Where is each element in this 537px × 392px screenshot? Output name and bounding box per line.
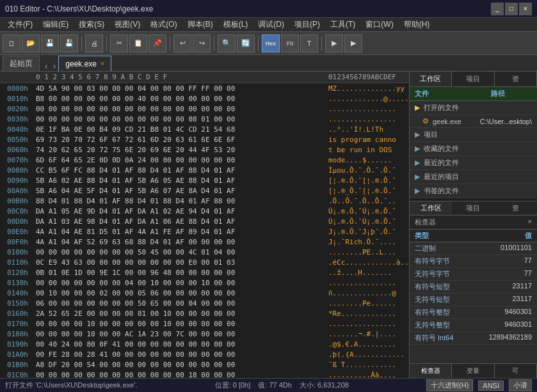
sidebar-tab-workspace[interactable]: 工作区 [410, 72, 452, 86]
hex-row[interactable]: 0080hCC B5 6F FC 88 D4 01 AF 88 D4 01 AF… [0, 165, 409, 175]
bottom-tab-inspector[interactable]: 检查器 [410, 364, 452, 378]
hex-row[interactable]: 0010hB8 00 00 00 00 00 00 00 40 00 00 00… [0, 93, 409, 104]
hex-row[interactable]: 0190h00 40 24 00 80 0F 41 00 00 00 00 00… [0, 339, 409, 349]
inspector-expand-icon[interactable]: × [528, 217, 532, 227]
hex-row[interactable]: 01C0h00 00 00 00 00 00 00 00 00 00 00 00… [0, 370, 409, 378]
hex-row[interactable]: 0150h06 00 00 00 00 00 00 00 50 65 00 00… [0, 298, 409, 308]
bottom-tab-variables[interactable]: 变量 [452, 364, 494, 378]
hex-row[interactable]: 00A0h5B A6 04 AE 5F D4 01 AF 5B A6 07 AE… [0, 185, 409, 196]
open-button[interactable]: 📂 [22, 35, 40, 52]
tab-geek-exe[interactable]: geek.exe × [58, 56, 111, 71]
menu-item-调试(D)[interactable]: 调试(D) [253, 18, 289, 31]
open-files-row[interactable]: ▶ 打开的文件 [410, 101, 537, 115]
inspector-row-0[interactable]: 二进制01001101 [410, 242, 537, 255]
new-button[interactable]: 🗋 [3, 35, 20, 52]
minimize-button[interactable]: _ [491, 3, 504, 15]
redo-button[interactable]: ↪ [193, 35, 211, 52]
hex-row[interactable]: 0020h00 00 00 00 00 00 00 00 00 00 00 00… [0, 104, 409, 114]
menu-item-模板(L)[interactable]: 模板(L) [218, 18, 253, 31]
copy-button[interactable]: 📋 [129, 35, 147, 52]
save-button[interactable]: 💾 [41, 35, 59, 52]
hex-row[interactable]: 0130h00 00 00 00 00 00 00 04 00 10 00 00… [0, 278, 409, 288]
bookmarks-row[interactable]: ▶ 书签的文件 [410, 184, 537, 198]
menu-item-项目(P)[interactable]: 项目(P) [289, 18, 325, 31]
hex-row[interactable]: 0140h00 10 00 00 00 02 00 00 05 06 00 00… [0, 288, 409, 298]
hex-row[interactable]: 0160h2A 52 65 2E 00 00 00 00 81 00 10 00… [0, 308, 409, 318]
replace-button[interactable]: 🔄 [237, 35, 255, 52]
hex-row[interactable]: 00C0hDA A1 05 AE 9D D4 01 AF DA A1 02 AE… [0, 206, 409, 216]
inspector-row-4[interactable]: 无符号短型23117 [410, 294, 537, 306]
menu-item-文件(F)[interactable]: 文件(F) [3, 18, 38, 31]
hex-ascii-20: ñ..............@ [326, 289, 409, 297]
menu-item-编辑(E)[interactable]: 编辑(E) [38, 18, 74, 31]
favorites-row[interactable]: ▶ 收藏的文件 [410, 142, 537, 156]
inspector-tab-active[interactable]: 工作区 [410, 201, 452, 215]
recent-projects-row[interactable]: ▶ 最近的项目 [410, 170, 537, 184]
tab-home[interactable]: 起始页 [3, 56, 40, 71]
hex-row[interactable]: 0110h0C E9 43 63 00 00 00 00 00 00 00 00… [0, 257, 409, 267]
close-button[interactable]: × [519, 3, 532, 15]
maximize-button[interactable]: □ [505, 3, 518, 15]
hex-row[interactable]: 01A0h00 FE 28 00 28 41 00 00 00 00 00 00… [0, 349, 409, 359]
paste-button[interactable]: 📌 [148, 35, 166, 52]
tab-nav-forward[interactable]: › [51, 61, 59, 71]
hex-row[interactable]: 00D0hDA A1 03 AE 98 D4 01 AF DA A1 06 AE… [0, 216, 409, 226]
sidebar-tab-project[interactable]: 项目 [452, 72, 494, 86]
small-button[interactable]: 小请 [509, 379, 532, 391]
menu-item-视图(V)[interactable]: 视图(V) [109, 18, 145, 31]
sidebar-tab-resource[interactable]: 资 [495, 72, 537, 86]
inspector-row-6[interactable]: 无符号整型9460301 [410, 319, 537, 332]
save-all-button[interactable]: 💾 [60, 35, 78, 52]
hex-row[interactable]: 00B0h88 D4 01 88 D4 01 AF 88 D4 01 88 D4… [0, 196, 409, 206]
hex-ascii-28: ..........Àà.... [326, 371, 409, 379]
hex-row[interactable]: 0090h5B A6 02 AE 88 D4 01 AF 5B A6 05 AE… [0, 175, 409, 185]
inspector-row-7[interactable]: 有符号 Int6412894362189 [410, 332, 537, 345]
hex-row[interactable]: 0170h00 00 00 00 10 00 00 00 00 00 10 00… [0, 318, 409, 329]
inspector-tab-project[interactable]: 项目 [452, 201, 494, 215]
inspector-tab-resource[interactable]: 资 [495, 201, 537, 215]
project-row[interactable]: ▶ 项目 [410, 128, 537, 142]
hex-row[interactable]: 0030h00 00 00 00 00 00 00 00 00 00 00 00… [0, 114, 409, 124]
menu-item-脚本(B)[interactable]: 脚本(B) [182, 18, 218, 31]
inspector-row-1[interactable]: 有符号字节77 [410, 255, 537, 268]
menu-item-工具(T)[interactable]: 工具(T) [325, 18, 360, 31]
tab-nav-back[interactable]: ‹ [42, 61, 51, 71]
text-view-button[interactable]: T [300, 35, 318, 52]
hex-row[interactable]: 0050h69 73 20 70 72 6F 67 72 61 6D 20 63… [0, 134, 409, 145]
hex-ascii-4: ..°..'I!.L!Th [326, 125, 409, 134]
hex-row[interactable]: 0070h6D 6F 64 65 2E 0D 0D 0A 24 00 00 00… [0, 155, 409, 165]
hex-row[interactable]: 0180h00 00 00 00 10 00 00 AC 1A 23 00 7C… [0, 329, 409, 339]
inspector-value-7: 12894362189 [466, 333, 532, 343]
inspector-row-2[interactable]: 无符号字节77 [410, 268, 537, 281]
inspector-row-3[interactable]: 有符号短型23117 [410, 281, 537, 294]
menu-item-帮助(H)[interactable]: 帮助(H) [399, 18, 435, 31]
hex-bytes-24: 00 00 00 00 10 00 00 AC 1A 23 00 7C 00 0… [33, 330, 326, 338]
recent-files-row[interactable]: ▶ 最近的文件 [410, 156, 537, 170]
undo-button[interactable]: ↩ [173, 35, 191, 52]
fit-button[interactable]: FIt [281, 35, 299, 52]
geek-exe-row[interactable]: ⚙ geek.exe C:\User...esktop\ [410, 115, 537, 128]
hex-row[interactable]: 01B0hA8 DF 20 00 54 00 00 00 00 00 00 00… [0, 359, 409, 370]
find-button[interactable]: 🔍 [218, 35, 236, 52]
tab-close-button[interactable]: × [100, 60, 104, 67]
hex-encoding-button[interactable]: 十六进制(H) [426, 379, 473, 391]
menu-item-窗口(W)[interactable]: 窗口(W) [360, 18, 398, 31]
run-script-button[interactable]: ▶ [325, 35, 343, 52]
hex-row[interactable]: 00E0h4A A1 04 AE 81 D5 01 AF 4A A1 FE AF… [0, 226, 409, 237]
bottom-tab-misc[interactable]: 可 [495, 364, 537, 378]
ansi-button[interactable]: ANSI [478, 380, 504, 391]
hex-row[interactable]: 0100h00 00 00 00 00 00 00 00 50 45 00 00… [0, 247, 409, 257]
cut-button[interactable]: ✂ [110, 35, 128, 52]
hex-content[interactable]: 0000h4D 5A 90 00 03 00 00 00 04 00 00 00… [0, 83, 409, 378]
hex-row[interactable]: 0060h74 20 62 65 20 72 75 6E 20 69 6E 20… [0, 145, 409, 155]
hex-row[interactable]: 0040h0E 1F BA 0E 00 B4 09 CD 21 B8 01 4C… [0, 124, 409, 134]
hex-row[interactable]: 0000h4D 5A 90 00 03 00 00 00 04 00 00 00… [0, 83, 409, 93]
hex-row[interactable]: 0120h0B 01 0E 1D 00 9E 1C 00 00 96 48 00… [0, 267, 409, 278]
inspector-row-5[interactable]: 有符号整型9460301 [410, 306, 537, 319]
run-template-button[interactable]: ▶ [344, 35, 362, 52]
menu-item-格式(O)[interactable]: 格式(O) [145, 18, 182, 31]
menu-item-搜索(S)[interactable]: 搜索(S) [74, 18, 109, 31]
print-button[interactable]: 🖨 [85, 35, 103, 52]
hex-view-button[interactable]: Hex [262, 35, 280, 52]
hex-row[interactable]: 00F0h4A A1 04 AF 52 69 63 68 88 D4 01 AF… [0, 237, 409, 247]
